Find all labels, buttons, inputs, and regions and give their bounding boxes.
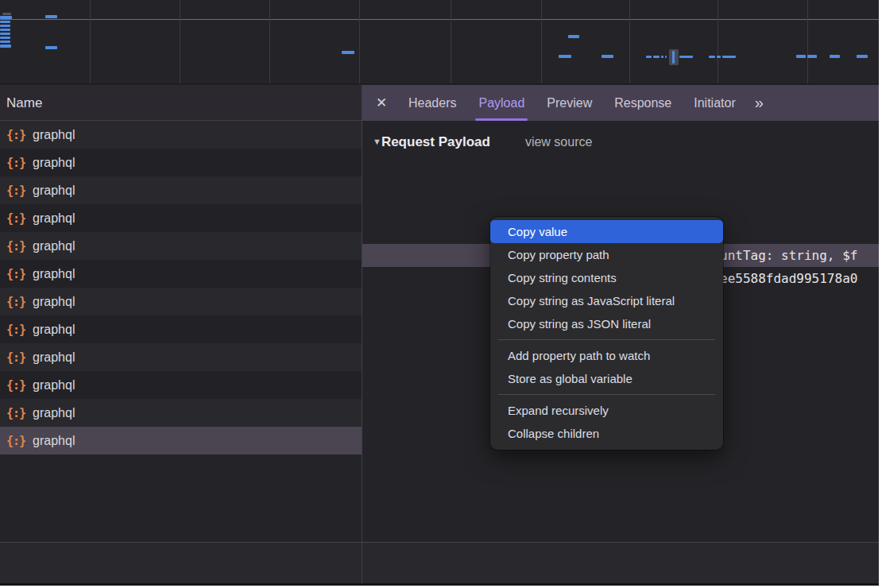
devtools-window: Name {:}graphql {:}graphql {:}graphql {:… xyxy=(0,0,879,586)
request-label: graphql xyxy=(33,378,75,393)
request-label: graphql xyxy=(33,239,75,253)
timeline-request-bar[interactable] xyxy=(830,55,840,58)
summary-bar xyxy=(0,543,879,583)
more-tabs-icon[interactable]: » xyxy=(747,94,770,112)
menu-item-add-property-path-to-watch[interactable]: Add property path to watch xyxy=(490,344,723,367)
json-icon: {:} xyxy=(6,295,25,309)
panel-divider[interactable] xyxy=(362,543,362,583)
close-icon[interactable]: ✕ xyxy=(372,95,391,111)
table-row[interactable]: {:}graphql xyxy=(0,343,362,371)
table-row[interactable]: {:}graphql xyxy=(0,371,362,399)
timeline-request-bar[interactable] xyxy=(0,33,10,35)
timeline-gridline xyxy=(807,0,808,84)
timeline-request-bar[interactable] xyxy=(0,21,10,23)
json-icon: {:} xyxy=(6,211,25,226)
request-label: graphql xyxy=(33,350,75,365)
timeline-gridline xyxy=(359,0,360,84)
timeline-request-bar[interactable] xyxy=(2,13,11,15)
tab-response[interactable]: Response xyxy=(603,85,683,121)
json-icon: {:} xyxy=(6,406,25,420)
timeline-request-bar[interactable] xyxy=(559,55,571,58)
request-label: graphql xyxy=(33,128,75,142)
timeline-gridline xyxy=(451,0,451,84)
tab-payload[interactable]: Payload xyxy=(467,85,536,121)
section-title: Request Payload xyxy=(381,134,490,149)
table-row[interactable]: {:}graphql xyxy=(0,315,362,343)
request-label: graphql xyxy=(33,323,75,337)
timeline-request-bar[interactable] xyxy=(665,56,667,58)
timeline-gridline xyxy=(629,0,630,84)
request-label: graphql xyxy=(33,434,75,448)
menu-separator xyxy=(498,394,715,395)
timeline-request-bar[interactable] xyxy=(568,35,579,38)
table-row-selected[interactable]: {:}graphql xyxy=(0,427,362,455)
timeline-request-bar[interactable] xyxy=(342,51,354,54)
table-row[interactable]: {:}graphql xyxy=(0,176,362,204)
timeline-request-bar[interactable] xyxy=(709,56,715,58)
json-string-value-right: untTag: string, $f xyxy=(720,244,857,267)
json-icon: {:} xyxy=(6,323,25,337)
tab-initiator[interactable]: Initiator xyxy=(683,85,746,121)
timeline-gridline xyxy=(541,0,542,84)
context-menu: Copy value Copy property path Copy strin… xyxy=(490,217,723,450)
menu-item-expand-recursively[interactable]: Expand recursively xyxy=(490,399,723,422)
table-row[interactable]: {:}graphql xyxy=(0,121,362,149)
timeline-request-bar[interactable] xyxy=(602,55,613,58)
menu-item-copy-string-json-literal[interactable]: Copy string as JSON literal xyxy=(490,312,723,335)
menu-separator xyxy=(498,339,715,340)
network-request-list: Name {:}graphql {:}graphql {:}graphql {:… xyxy=(0,85,362,586)
view-source-link[interactable]: view source xyxy=(525,135,592,149)
request-payload-section: ▼Request Payloadview source xyxy=(373,130,592,153)
json-icon: {:} xyxy=(6,350,25,365)
menu-item-copy-value[interactable]: Copy value xyxy=(490,220,723,243)
timeline-request-bar[interactable] xyxy=(0,29,10,31)
timeline-request-bar[interactable] xyxy=(45,15,57,18)
timeline-gridline xyxy=(180,0,180,84)
menu-item-copy-string-contents[interactable]: Copy string contents xyxy=(490,266,723,289)
timeline-request-bar[interactable] xyxy=(646,56,652,58)
timeline-request-bar[interactable] xyxy=(45,46,57,49)
timeline-gridline xyxy=(269,0,270,84)
collapse-triangle-icon[interactable]: ▼ xyxy=(373,137,381,146)
timeline-request-bar[interactable] xyxy=(796,55,806,58)
menu-item-copy-string-js-literal[interactable]: Copy string as JavaScript literal xyxy=(490,289,723,312)
json-icon: {:} xyxy=(6,156,25,170)
table-row[interactable]: {:}graphql xyxy=(0,232,362,260)
request-rows: {:}graphql {:}graphql {:}graphql {:}grap… xyxy=(0,121,362,455)
table-row[interactable]: {:}graphql xyxy=(0,260,362,288)
table-row[interactable]: {:}graphql xyxy=(0,204,362,232)
window-bottom-edge xyxy=(0,583,879,586)
request-label: graphql xyxy=(33,406,75,420)
menu-item-store-as-global-variable[interactable]: Store as global variable xyxy=(490,367,723,390)
timeline-request-bar[interactable] xyxy=(857,55,868,58)
request-label: graphql xyxy=(33,156,75,170)
request-label: graphql xyxy=(33,295,75,309)
timeline-request-bar[interactable] xyxy=(679,56,693,58)
timeline-request-bar[interactable] xyxy=(0,16,12,19)
menu-item-copy-property-path[interactable]: Copy property path xyxy=(490,243,723,266)
json-icon: {:} xyxy=(6,434,25,448)
timeline-request-bar[interactable] xyxy=(717,56,721,58)
name-column-header[interactable]: Name xyxy=(0,85,362,121)
table-row[interactable]: {:}graphql xyxy=(0,288,362,315)
timeline-request-bar[interactable] xyxy=(0,44,11,48)
timeline-request-bar[interactable] xyxy=(807,55,817,58)
timeline-request-bar[interactable] xyxy=(0,25,10,27)
timeline-request-bar[interactable] xyxy=(0,41,10,43)
timeline-gridline xyxy=(90,0,91,84)
json-root-row[interactable]: ▼{operationName: "ipFlowTimeseries", var… xyxy=(362,196,879,219)
request-label: graphql xyxy=(33,267,75,281)
menu-item-collapse-children[interactable]: Collapse children xyxy=(490,422,723,445)
timeline-request-bar[interactable] xyxy=(0,37,10,39)
timeline-gridline xyxy=(718,0,718,84)
timeline-request-bar[interactable] xyxy=(661,56,663,58)
network-overview-timeline[interactable] xyxy=(0,0,879,84)
timeline-request-bar[interactable] xyxy=(653,56,660,58)
request-label: graphql xyxy=(33,211,75,226)
json-icon: {:} xyxy=(6,128,25,142)
tab-headers[interactable]: Headers xyxy=(397,85,467,121)
table-row[interactable]: {:}graphql xyxy=(0,399,362,427)
table-row[interactable]: {:}graphql xyxy=(0,149,362,176)
timeline-request-bar[interactable] xyxy=(722,56,736,58)
tab-preview[interactable]: Preview xyxy=(536,85,603,121)
